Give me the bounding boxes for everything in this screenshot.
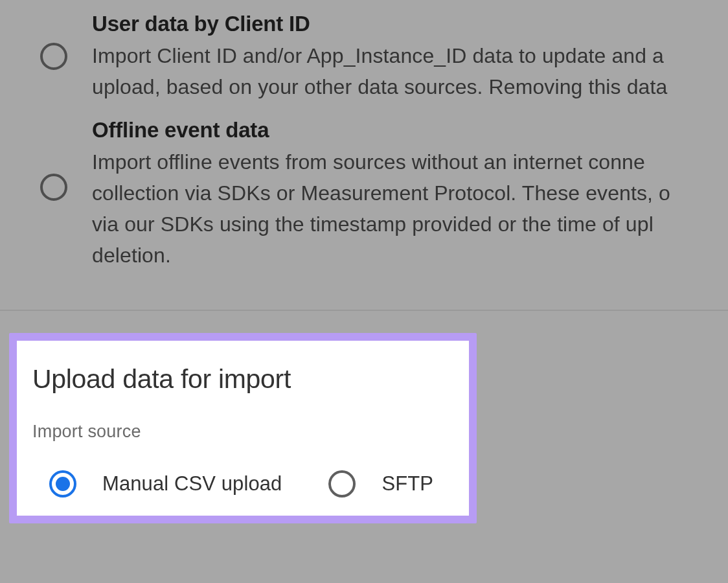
import-source-radio-group: Manual CSV upload SFTP: [32, 470, 453, 497]
option-text-block: Offline event data Import offline events…: [92, 118, 728, 271]
radio-unselected-icon[interactable]: [40, 174, 67, 201]
radio-label: Manual CSV upload: [102, 472, 282, 496]
highlight-border: Upload data for import Import source Man…: [9, 333, 477, 523]
data-type-options-section: User data by Client ID Import Client ID …: [0, 0, 728, 271]
upload-data-card: Upload data for import Import source Man…: [17, 341, 469, 516]
radio-sftp[interactable]: SFTP: [328, 470, 433, 497]
card-title: Upload data for import: [32, 364, 453, 394]
radio-label: SFTP: [381, 472, 433, 496]
option-description: Import Client ID and/or App_Instance_ID …: [92, 40, 728, 102]
radio-unselected-icon[interactable]: [328, 470, 356, 497]
radio-selected-dot-icon: [56, 477, 70, 491]
radio-selected-icon[interactable]: [49, 470, 76, 497]
option-user-data-client-id[interactable]: User data by Client ID Import Client ID …: [40, 12, 728, 102]
option-description: Import offline events from sources witho…: [92, 146, 728, 271]
import-source-label: Import source: [32, 422, 453, 442]
option-offline-event-data[interactable]: Offline event data Import offline events…: [40, 118, 728, 271]
option-title: Offline event data: [92, 118, 728, 143]
option-title: User data by Client ID: [92, 12, 728, 36]
upload-section-background: Upload data for import Import source Man…: [0, 311, 728, 549]
option-text-block: User data by Client ID Import Client ID …: [92, 12, 728, 102]
radio-manual-csv-upload[interactable]: Manual CSV upload: [49, 470, 282, 497]
radio-unselected-icon[interactable]: [40, 43, 67, 70]
